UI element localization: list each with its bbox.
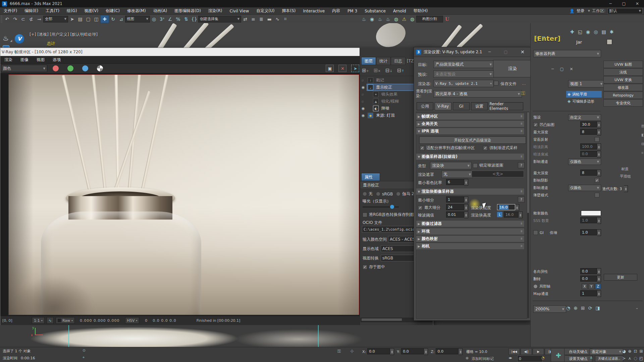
login-caret-icon[interactable]: ▼	[588, 9, 590, 12]
strip-icon[interactable]: ⊟	[641, 142, 644, 146]
render-button[interactable]: 渲染	[493, 60, 532, 77]
selected-object-select[interactable]: 选定对象▼	[590, 349, 623, 355]
vfb-icon[interactable]: ◉	[368, 15, 376, 23]
select-object-icon[interactable]: ➤	[68, 15, 76, 23]
strip-icon[interactable]: ▤	[641, 124, 644, 128]
radio-无[interactable]: 无	[363, 191, 373, 197]
dialog-minimize-icon[interactable]: ─	[488, 50, 491, 54]
exposure-slider[interactable]	[363, 206, 399, 207]
undo-icon[interactable]: ↶	[3, 15, 11, 23]
param-影响通道-control[interactable]: 仅颜色▼	[568, 185, 601, 191]
object-name-field[interactable]: Jar	[576, 40, 582, 45]
modifier-preset-修改器[interactable]: 修改器	[603, 84, 643, 91]
tab-modify-icon[interactable]: ◱	[578, 29, 582, 35]
menu-工具(T)[interactable]: 工具(T)	[42, 7, 63, 14]
dock-tab-日志[interactable]: 日志	[391, 57, 406, 65]
view-to-render-select[interactable]: 四元菜单 4 - 透视▼	[433, 90, 522, 98]
selection-set-field[interactable]: 创建选择集▼	[198, 16, 241, 22]
red-channel-icon[interactable]	[53, 65, 59, 71]
save-file-checkbox[interactable]	[494, 81, 498, 85]
mirror-icon[interactable]: ⇄	[241, 15, 249, 23]
dialog-scrollbar[interactable]	[527, 112, 529, 318]
param-局部轴-control[interactable]: XYZ	[581, 284, 601, 289]
viewport-label[interactable]: [+] [透视] [用户定义] [默认明暗处理]	[30, 32, 98, 38]
x-coordinate-field[interactable]: X:0.0▲▼	[362, 348, 394, 355]
prev-next-frame-icon[interactable]: ◂▸	[508, 356, 512, 360]
play-button[interactable]: ▶	[533, 348, 544, 355]
modifier-preset-Retopology[interactable]: Retopology	[603, 92, 643, 99]
rotate-icon[interactable]: ↻	[109, 15, 117, 23]
add-layer-icon[interactable]: ⊞+	[362, 67, 369, 73]
align-icon[interactable]: ≡	[249, 15, 257, 23]
update-button[interactable]: 更新	[604, 274, 637, 281]
menu-渲染(R)[interactable]: 渲染(R)	[205, 7, 226, 14]
load-layers-icon[interactable]: ⊟↑	[397, 67, 404, 73]
eye-visible-icon[interactable]: ◉	[362, 106, 367, 111]
absolute-mode-icon[interactable]: ⊹	[350, 349, 354, 354]
menu-动画(A)[interactable]: 动画(A)	[150, 7, 171, 14]
max-subdivs-checkbox[interactable]: ✓最大细分	[418, 205, 440, 210]
target-select[interactable]: 产品级渲染模式▼	[433, 61, 494, 68]
scale-icon[interactable]: ⊿	[117, 15, 125, 23]
rollout-图像采样器(抗锯齿)[interactable]: ▼图像采样器(抗锯齿)⠿	[416, 153, 525, 160]
param-散射颜色-control[interactable]	[581, 210, 601, 216]
bucket-width-spinner[interactable]: 16.0▲▼	[497, 204, 519, 211]
alpha-channel-icon[interactable]	[97, 65, 103, 71]
curve-icon[interactable]: ∿	[47, 317, 54, 324]
menu-Interactive[interactable]: Interactive	[299, 7, 328, 14]
dialog-titlebar[interactable]: 3 渲染设置: V-Ray 5, update 2.1 ─ ▢ ✕	[414, 47, 530, 57]
isolate-icon[interactable]: ⊙	[83, 348, 86, 353]
eye-visible-icon[interactable]: ◉	[362, 85, 367, 89]
vfb-menu-选项[interactable]: 选项	[49, 57, 65, 63]
display-correction-select[interactable]: Raw▾	[56, 317, 75, 324]
noise-threshold-spinner[interactable]: 0.01▲▼	[446, 212, 468, 218]
eye-hidden-icon[interactable]: ⌀	[362, 99, 367, 104]
menu-Civil View[interactable]: Civil View	[226, 7, 253, 14]
keep-in-image-checkbox[interactable]: ✓	[363, 265, 367, 269]
selection-lock-small-icon[interactable]: ⌖	[83, 355, 85, 360]
param-最大深度-control[interactable]: 8▲▼	[580, 170, 601, 176]
unlink-icon[interactable]: ⊄	[27, 15, 35, 23]
menu-帮助(H)[interactable]: 帮助(H)	[410, 7, 431, 14]
menu-Substance[interactable]: Substance	[361, 7, 389, 14]
angle-snap-icon[interactable]: ∠	[166, 15, 174, 23]
slate-view-select[interactable]: 视图 1▼	[568, 80, 604, 87]
modifier-preset-UVW 变换[interactable]: UVW 变换	[603, 76, 643, 83]
prev-key-button[interactable]: ◀||	[521, 348, 532, 355]
fov-icon[interactable]: ≻	[621, 355, 627, 361]
param-Map通道-control[interactable]: 1▲▼	[580, 290, 601, 297]
maximize-viewport-icon[interactable]: ◰	[638, 355, 644, 361]
tab-hierarchy-icon[interactable]: ◉	[586, 29, 590, 35]
vfb-menu-图像[interactable]: 图像	[16, 57, 33, 63]
zoom-ratio-select[interactable]: 1:1▾	[32, 317, 45, 324]
rollout-全局开关[interactable]: ▶全局开关⠿	[416, 120, 525, 127]
workspace-select[interactable]: 默认▼	[607, 8, 643, 14]
bucket-height-spinner[interactable]: 16.0▲▼	[504, 212, 523, 218]
dialog-tab-V-Ray[interactable]: V-Ray	[435, 102, 451, 110]
tab-properties[interactable]: 属性	[361, 173, 380, 181]
spinner-snap-icon[interactable]: ⇅	[182, 15, 190, 23]
param-薄壁模式-control[interactable]	[595, 193, 601, 197]
bind-icon[interactable]: ⊸	[35, 15, 43, 23]
dialog-tab-公用[interactable]: 公用	[417, 102, 433, 110]
vfb-channel-select[interactable]: 颜色▼	[1, 65, 47, 72]
param-影响阴影-control[interactable]: ✓	[595, 178, 601, 183]
login-button[interactable]: 登录	[577, 8, 585, 14]
reference-coordinate-select[interactable]: 视图▼	[125, 16, 150, 22]
zoom-icon[interactable]: ◔	[566, 305, 570, 311]
go-start-button[interactable]: |◀◀	[508, 348, 520, 355]
lock-bucket-size-button[interactable]: L	[497, 212, 502, 217]
z-coordinate-field[interactable]: Z:0.0▲▼	[431, 348, 463, 355]
fit-resolution-checkbox[interactable]: ✓适配分辨率到虚拟帧缓冲区	[420, 145, 475, 151]
delete-layer-icon[interactable]: ⊞×	[374, 67, 381, 73]
lock-noise-checkbox[interactable]: 锁定噪波图案	[473, 163, 503, 168]
ribbon-icon[interactable]: ▬	[265, 15, 273, 23]
link-icon[interactable]: ⊂	[19, 15, 27, 23]
modifier-preset-UVW 贴图[interactable]: UVW 贴图	[603, 61, 643, 68]
dialog-maximize-icon[interactable]: ▢	[504, 50, 507, 54]
modifier-stack-item[interactable]: ◈涡轮平滑	[566, 91, 602, 98]
crossing-icon[interactable]: ◫	[92, 15, 100, 23]
render-mask-node-field[interactable]: <无>	[472, 171, 524, 177]
param-SSS 数量-control[interactable]: 1.0▲▼	[580, 217, 601, 224]
qr-render-icon[interactable]: ◍	[408, 15, 416, 23]
